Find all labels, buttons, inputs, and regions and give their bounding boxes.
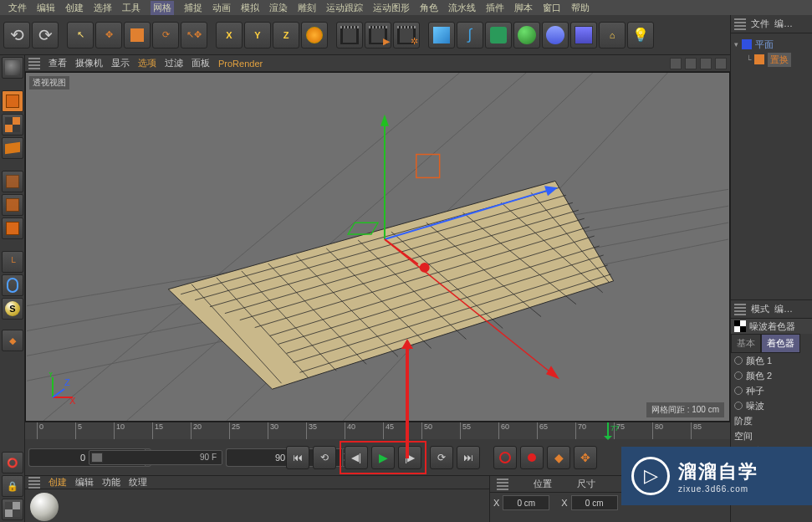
prev-key-button[interactable]: ⟲	[313, 446, 336, 469]
scale-button[interactable]	[124, 22, 151, 49]
vpm-filter[interactable]: 过滤	[165, 57, 183, 69]
lock-button[interactable]: ⭕	[2, 452, 23, 473]
model-mode-button[interactable]	[2, 90, 23, 112]
menu-help[interactable]: 帮助	[571, 2, 590, 14]
next-key-button[interactable]: ⟳	[430, 446, 453, 469]
vp-zoom-icon[interactable]	[685, 58, 697, 69]
menu-render[interactable]: 渲染	[269, 2, 288, 14]
coord-pos-x-input[interactable]	[503, 495, 549, 510]
objmgr-menu-icon[interactable]	[734, 18, 746, 30]
vp-pan-icon[interactable]	[670, 58, 682, 69]
coord-size-x-input[interactable]	[571, 495, 618, 510]
menu-sim[interactable]: 模拟	[241, 2, 259, 14]
poly-mode-button[interactable]	[2, 218, 23, 239]
viewport-solo-button[interactable]	[2, 274, 23, 296]
light-button[interactable]: 💡	[627, 22, 654, 49]
vpm-options[interactable]: 选项	[138, 57, 156, 69]
axis-modify-button[interactable]: └	[2, 251, 23, 273]
tab-basic[interactable]: 基本	[731, 334, 761, 353]
radio-icon[interactable]	[734, 386, 743, 395]
cube-primitive-button[interactable]	[428, 22, 455, 49]
camera-button[interactable]: ⌂	[599, 22, 626, 49]
checker-button[interactable]	[2, 499, 23, 520]
menu-mograph[interactable]: 运动图形	[373, 2, 410, 14]
rotate-button[interactable]: ⟳	[152, 22, 179, 49]
play-back-button[interactable]: ◀|	[345, 446, 368, 469]
vpm-panel[interactable]: 面板	[192, 57, 210, 69]
axis-y-button[interactable]: Y	[244, 22, 271, 49]
goto-end-button[interactable]: ⏭	[457, 446, 480, 469]
matmenu-create[interactable]: 创建	[49, 476, 67, 489]
menu-select[interactable]: 选择	[94, 2, 112, 14]
vpm-camera[interactable]: 摄像机	[75, 57, 103, 69]
point-mode-button[interactable]	[2, 171, 23, 192]
material-preview[interactable]	[30, 493, 59, 521]
timeline-playhead[interactable]	[607, 422, 609, 439]
objmgr-files[interactable]: 文件	[751, 18, 769, 30]
coord-menu-icon[interactable]	[497, 478, 508, 490]
render-pv-button[interactable]: ▶	[365, 22, 391, 49]
objmgr-edit[interactable]: 编…	[774, 18, 793, 30]
lock2-button[interactable]: 🔒	[2, 475, 23, 497]
lastused-button[interactable]: ↖✥	[181, 22, 207, 49]
workplane-button[interactable]	[2, 137, 23, 159]
spline-button[interactable]: ∫	[457, 22, 483, 49]
deformer-button[interactable]	[542, 22, 569, 49]
menu-window[interactable]: 窗口	[543, 2, 561, 14]
render-view-button[interactable]	[336, 22, 363, 49]
attrmgr-edit[interactable]: 编…	[774, 303, 793, 315]
autokey-button[interactable]	[520, 446, 544, 469]
vpm-view[interactable]: 查看	[49, 57, 67, 69]
coord-sys-button[interactable]	[301, 22, 328, 49]
play-button[interactable]: ▶	[371, 446, 395, 469]
main-menubar[interactable]: 文件 编辑 创建 选择 工具 网格 捕捉 动画 模拟 渲染 雕刻 运动跟踪 运动…	[0, 0, 812, 15]
editable-button[interactable]	[2, 57, 23, 79]
attrmgr-menu-icon[interactable]	[734, 304, 746, 315]
menu-mesh[interactable]: 网格	[151, 1, 174, 15]
menu-char[interactable]: 角色	[420, 2, 438, 14]
edge-mode-button[interactable]	[2, 194, 23, 216]
menu-edit[interactable]: 编辑	[37, 2, 55, 14]
workplane-snap-button[interactable]: ◆	[2, 330, 23, 351]
axis-z-button[interactable]: Z	[273, 22, 299, 49]
axis-x-button[interactable]: X	[216, 22, 243, 49]
vpm-display[interactable]: 显示	[111, 57, 130, 69]
perspective-viewport[interactable]: 透视视图	[25, 72, 730, 422]
live-select-button[interactable]: ↖	[67, 22, 94, 49]
radio-icon[interactable]	[734, 356, 743, 365]
texture-mode-button[interactable]	[2, 114, 23, 136]
radio-icon[interactable]	[734, 371, 743, 380]
menu-sculpt[interactable]: 雕刻	[298, 2, 316, 14]
render-settings-button[interactable]: ✲	[393, 22, 420, 49]
vp-orbit-icon[interactable]	[700, 58, 712, 69]
play-fwd-button[interactable]: |▶	[398, 446, 421, 469]
radio-icon[interactable]	[734, 402, 743, 410]
array-button[interactable]	[513, 22, 540, 49]
record-button[interactable]	[493, 446, 517, 469]
nurbs-button[interactable]	[485, 22, 512, 49]
goto-start-button[interactable]: ⏮	[286, 446, 309, 469]
viewport-menu-icon[interactable]	[28, 58, 40, 69]
menu-track[interactable]: 运动跟踪	[326, 2, 363, 14]
menu-pipeline[interactable]: 流水线	[448, 2, 476, 14]
matmenu-tex[interactable]: 纹理	[129, 476, 147, 489]
environment-button[interactable]	[570, 22, 597, 49]
object-plane-row[interactable]: ▾ 平面	[734, 37, 809, 52]
undo-button[interactable]: ⟲	[3, 22, 30, 49]
timeline-slider[interactable]	[89, 450, 222, 465]
menu-script[interactable]: 脚本	[514, 2, 533, 14]
menu-snap[interactable]: 捕捉	[184, 2, 202, 14]
object-displacer-row[interactable]: └ 置换	[734, 52, 809, 67]
move-button[interactable]: ✥	[95, 22, 122, 49]
menu-create[interactable]: 创建	[65, 2, 84, 14]
timeline-ruler[interactable]: 0 5 10 15 20 25 30 35 40 45 50 55 60 65 …	[25, 422, 730, 439]
menu-tools[interactable]: 工具	[122, 2, 140, 14]
attrmgr-mode[interactable]: 模式	[751, 303, 769, 315]
matmenu-func[interactable]: 功能	[102, 476, 120, 489]
keyoptions-button[interactable]: ◆	[547, 446, 570, 469]
vpm-prorender[interactable]: ProRender	[218, 59, 263, 69]
matmgr-menu-icon[interactable]	[28, 477, 40, 489]
menu-file[interactable]: 文件	[8, 2, 27, 14]
menu-plugin[interactable]: 插件	[486, 2, 504, 14]
keyoptions2-button[interactable]: ✥	[574, 446, 597, 469]
